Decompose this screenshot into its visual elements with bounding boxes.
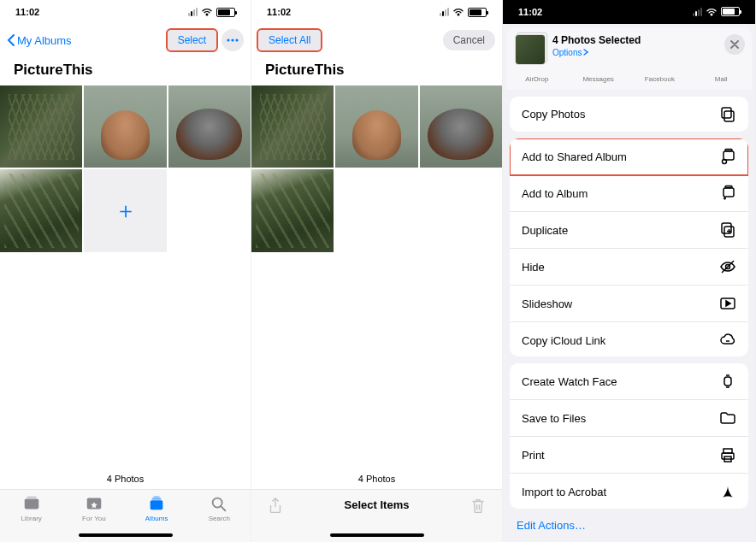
tab-albums[interactable]: Albums (126, 495, 188, 522)
svg-point-14 (723, 160, 727, 164)
svg-rect-8 (153, 496, 159, 498)
close-icon (730, 40, 739, 49)
photo-count: 4 Photos (251, 468, 502, 489)
delete-button[interactable] (470, 497, 487, 519)
signal-icon (440, 8, 449, 16)
svg-rect-13 (725, 150, 732, 151)
select-button[interactable]: Select (168, 30, 216, 50)
watch-icon (719, 373, 736, 390)
status-time: 11:02 (267, 7, 291, 17)
tab-foryou[interactable]: For You (62, 495, 125, 522)
photo-thumb[interactable] (335, 85, 417, 168)
share-messages[interactable]: Messages (568, 75, 629, 83)
back-button[interactable]: My Albums (7, 33, 72, 47)
share-airdrop[interactable]: AirDrop (506, 75, 568, 83)
row-save-files[interactable]: Save to Files (510, 400, 748, 437)
status-bar: 11:02 (503, 0, 755, 24)
photo-thumb[interactable] (168, 85, 251, 168)
tab-library[interactable]: Library (0, 495, 62, 522)
svg-point-1 (231, 38, 233, 41)
svg-point-9 (213, 498, 222, 508)
photo-thumb[interactable] (0, 169, 82, 251)
row-icloud-link[interactable]: Copy iCloud Link (510, 322, 748, 356)
battery-icon (216, 8, 235, 17)
tab-label: Library (21, 515, 41, 522)
row-duplicate[interactable]: Duplicate (510, 212, 748, 249)
svg-rect-10 (724, 111, 734, 121)
row-label: Import to Acrobat (522, 486, 606, 498)
search-icon (210, 495, 228, 512)
home-indicator[interactable] (79, 533, 173, 537)
acrobat-icon (719, 483, 736, 500)
status-indicators (440, 8, 487, 17)
share-facebook[interactable]: Facebook (629, 75, 691, 83)
row-import-acrobat[interactable]: Import to Acrobat (510, 474, 748, 509)
row-label: Copy Photos (522, 108, 585, 121)
library-icon (22, 495, 41, 512)
photo-count: 4 Photos (0, 468, 251, 489)
svg-rect-4 (27, 497, 36, 498)
status-bar: 11:02 (0, 0, 251, 24)
folder-icon (719, 409, 736, 427)
share-header: 4 Photos Selected Options (506, 27, 752, 72)
phone-share-sheet: 11:02 4 Photos Selected Options AirDrop … (503, 0, 756, 542)
tab-bar: Library For You Albums Search (0, 489, 251, 542)
printer-icon (719, 446, 736, 463)
album-title: PictureThis (0, 56, 251, 85)
plus-icon: ＋ (115, 196, 137, 226)
share-mail[interactable]: Mail (690, 75, 752, 83)
add-photo-button[interactable]: ＋ (84, 169, 166, 251)
photo-thumb[interactable] (251, 169, 334, 251)
svg-rect-12 (724, 151, 734, 160)
options-link[interactable]: Options (552, 48, 641, 57)
svg-rect-15 (724, 188, 734, 197)
more-button[interactable] (221, 29, 244, 51)
photo-thumb[interactable] (420, 85, 502, 168)
selection-title: 4 Photos Selected (552, 34, 641, 46)
copy-icon (719, 106, 736, 123)
photo-thumb[interactable] (84, 85, 166, 168)
row-copy-photos[interactable]: Copy Photos (510, 97, 748, 133)
row-label: Copy iCloud Link (522, 334, 605, 347)
share-button[interactable] (267, 497, 284, 519)
row-add-album[interactable]: Add to Album (510, 175, 748, 212)
row-label: Duplicate (522, 224, 568, 237)
svg-rect-21 (724, 377, 731, 386)
row-watch-face[interactable]: Create Watch Face (510, 363, 748, 400)
cloud-link-icon (719, 332, 736, 349)
row-label: Add to Album (522, 187, 588, 200)
status-indicators (188, 8, 235, 17)
chevron-right-icon (583, 49, 588, 56)
photo-thumb[interactable] (251, 85, 334, 168)
toolbar-title: Select Items (345, 498, 410, 511)
tab-label: Albums (145, 515, 168, 522)
battery-icon (468, 8, 487, 17)
row-hide[interactable]: Hide (510, 249, 748, 286)
tab-search[interactable]: Search (188, 495, 251, 522)
action-group-3: Create Watch Face Save to Files Print Im… (510, 363, 748, 509)
nav-bar: Select All Cancel (251, 24, 502, 56)
photo-thumb[interactable] (0, 85, 82, 168)
row-slideshow[interactable]: Slideshow (510, 286, 748, 322)
close-button[interactable] (724, 34, 745, 55)
share-targets: AirDrop Messages Facebook Mail (506, 72, 752, 90)
cancel-button[interactable]: Cancel (443, 30, 495, 50)
action-group-1: Copy Photos (510, 97, 748, 133)
row-add-shared-album[interactable]: Add to Shared Album (510, 138, 748, 175)
select-all-button[interactable]: Select All (258, 30, 321, 50)
back-label: My Albums (17, 34, 72, 47)
albums-icon (147, 495, 166, 512)
edit-actions-link[interactable]: Edit Actions… (503, 509, 755, 542)
wifi-icon (452, 8, 464, 16)
status-bar: 11:02 (251, 0, 502, 24)
eye-slash-icon (719, 258, 736, 275)
nav-bar: My Albums Select (0, 24, 251, 56)
selection-thumb (515, 34, 546, 65)
row-label: Hide (522, 261, 545, 274)
row-label: Print (522, 449, 545, 462)
wifi-icon (201, 8, 213, 16)
signal-icon (693, 8, 702, 16)
home-indicator[interactable] (330, 533, 424, 537)
svg-point-2 (235, 38, 238, 41)
row-print[interactable]: Print (510, 437, 748, 474)
